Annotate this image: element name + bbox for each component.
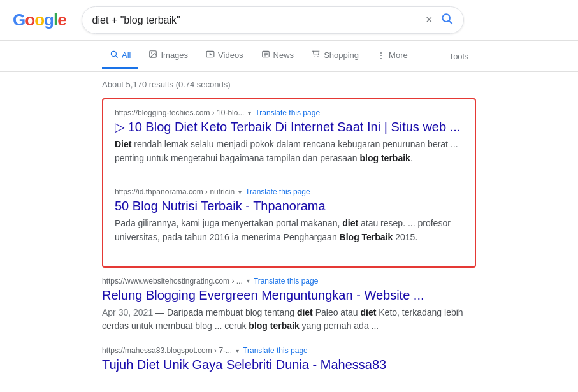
result-url-text-4: https://mahessa83.blogspot.com › 7-... — [102, 346, 232, 355]
tab-news-label: News — [273, 50, 294, 60]
google-logo[interactable]: Google — [13, 10, 66, 30]
tab-all[interactable]: All — [102, 43, 138, 69]
all-icon — [110, 50, 119, 61]
translate-arrow-2: ▾ — [238, 189, 242, 196]
tab-videos[interactable]: Videos — [198, 43, 251, 69]
translate-link-4[interactable]: Translate this page — [243, 346, 308, 355]
result-url-4: https://mahessa83.blogspot.com › 7-... ▾… — [102, 346, 476, 355]
result-url-text-3: https://www.websitehostingrating.com › .… — [102, 277, 243, 286]
result-title-4[interactable]: Tujuh Diet Unik Gaya Selebriti Dunia - M… — [102, 356, 476, 373]
tab-all-label: All — [122, 50, 131, 60]
result-item-2: https://id.thpanorama.com › nutricin ▾ T… — [115, 187, 463, 244]
tab-more[interactable]: ⋮ More — [369, 44, 415, 69]
result-item-1: https://blogging-techies.com › 10-blo...… — [115, 108, 463, 165]
result-snippet-3: Apr 30, 2021 — Daripada membuat blog ten… — [102, 306, 476, 333]
images-icon — [148, 50, 157, 61]
shopping-icon — [312, 50, 321, 61]
svg-line-1 — [449, 21, 452, 24]
svg-line-3 — [115, 55, 117, 57]
news-icon — [261, 50, 270, 61]
result-item-4: https://mahessa83.blogspot.com › 7-... ▾… — [102, 346, 476, 373]
svg-point-12 — [315, 56, 316, 57]
result-url-1: https://blogging-techies.com › 10-blo...… — [115, 108, 463, 117]
result-snippet-1: Diet rendah lemak selalu menjadi pokok d… — [115, 138, 463, 165]
tab-images-label: Images — [161, 50, 188, 60]
highlighted-results-box: https://blogging-techies.com › 10-blo...… — [102, 98, 476, 268]
results-divider — [115, 178, 463, 178]
result-snippet-2: Pada gilirannya, kami juga menyertakan p… — [115, 217, 463, 244]
search-input[interactable] — [92, 15, 426, 26]
tab-shopping[interactable]: Shopping — [304, 43, 366, 69]
tab-shopping-label: Shopping — [324, 50, 359, 60]
clear-icon[interactable]: × — [426, 13, 433, 27]
header: Google × — [0, 0, 578, 41]
translate-arrow-3: ▾ — [247, 277, 250, 284]
logo-letter-g2: g — [44, 10, 54, 29]
translate-link-1[interactable]: Translate this page — [255, 108, 320, 117]
nav-tabs: All Images Videos News Shopping ⋮ More T… — [0, 41, 578, 72]
result-date-3: Apr 30, 2021 — [102, 307, 153, 317]
svg-point-5 — [152, 52, 153, 54]
results-container: About 5,170 results (0.74 seconds) https… — [0, 72, 578, 392]
tab-videos-label: Videos — [218, 50, 243, 60]
result-url-text-1: https://blogging-techies.com › 10-blo... — [115, 108, 244, 117]
results-count: About 5,170 results (0.74 seconds) — [102, 80, 476, 89]
tools-button[interactable]: Tools — [442, 45, 476, 68]
search-icon[interactable] — [440, 12, 453, 28]
translate-arrow-4: ▾ — [236, 347, 239, 354]
result-url-2: https://id.thpanorama.com › nutricin ▾ T… — [115, 187, 463, 196]
result-title-3[interactable]: Relung Blogging Evergreen Menguntungkan … — [102, 287, 476, 303]
translate-link-2[interactable]: Translate this page — [245, 187, 310, 196]
result-url-text-2: https://id.thpanorama.com › nutricin — [115, 187, 235, 196]
tab-more-label: More — [389, 50, 408, 60]
translate-link-3[interactable]: Translate this page — [254, 277, 319, 286]
videos-icon — [206, 50, 215, 61]
translate-arrow-1: ▾ — [248, 110, 251, 117]
tab-news[interactable]: News — [254, 43, 302, 69]
result-title-2[interactable]: 50 Blog Nutrisi Terbaik - Thpanorama — [115, 198, 463, 214]
logo-letter-o1: o — [25, 10, 34, 29]
result-item-3: https://www.websitehostingrating.com › .… — [102, 277, 476, 333]
svg-point-13 — [317, 56, 319, 57]
tab-images[interactable]: Images — [141, 43, 196, 69]
more-icon: ⋮ — [377, 50, 386, 61]
result-url-3: https://www.websitehostingrating.com › .… — [102, 277, 476, 286]
svg-marker-7 — [210, 53, 212, 56]
search-bar[interactable]: × — [82, 6, 464, 34]
logo-letter-e: e — [57, 10, 66, 29]
logo-letter-g: G — [13, 10, 25, 29]
result-title-1[interactable]: ▷ 10 Blog Diet Keto Terbaik Di Internet … — [115, 119, 463, 135]
logo-letter-o2: o — [34, 10, 44, 29]
